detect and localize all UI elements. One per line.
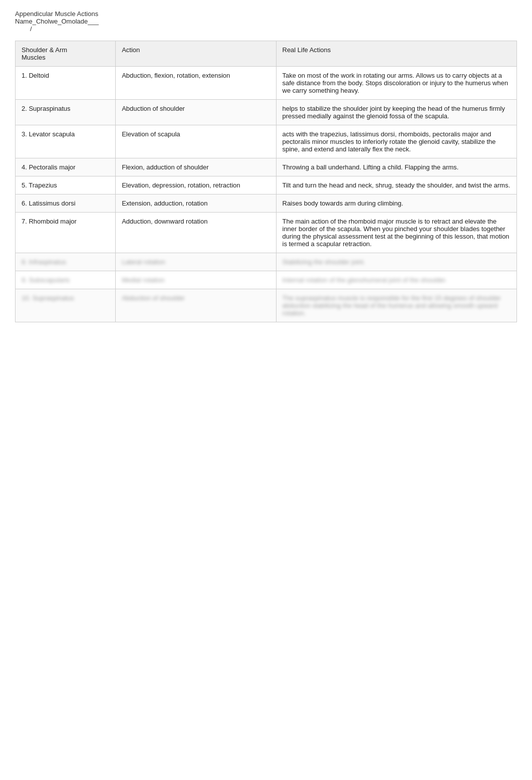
muscle-cell: 2. Supraspinatus xyxy=(16,100,116,125)
header-name: Name_Cholwe_Omolade___ xyxy=(15,18,517,25)
action-cell: Flexion, adduction of shoulder xyxy=(116,158,276,176)
real-life-cell: The supraspinatus muscle is responsible … xyxy=(276,289,517,322)
table-row: 6. Latissimus dorsiExtension, adduction,… xyxy=(16,194,517,213)
action-cell: Abduction of shoulder xyxy=(116,289,276,322)
real-life-cell: Raises body towards arm during climbing. xyxy=(276,194,517,213)
real-life-cell: Stabilizing the shoulder joint. xyxy=(276,253,517,271)
muscle-cell: 9. Subscapularis xyxy=(16,271,116,289)
muscles-table: Shoulder & ArmMuscles Action Real Life A… xyxy=(15,41,517,322)
real-life-cell: helps to stabilize the shoulder joint by… xyxy=(276,100,517,125)
action-cell: Lateral rotation xyxy=(116,253,276,271)
header-slash: / xyxy=(30,25,517,33)
muscle-cell: 1. Deltoid xyxy=(16,67,116,100)
muscle-cell: 6. Latissimus dorsi xyxy=(16,194,116,213)
table-row: 8. InfraspinatusLateral rotationStabiliz… xyxy=(16,253,517,271)
real-life-cell: Throwing a ball underhand. Lifting a chi… xyxy=(276,158,517,176)
action-cell: Extension, adduction, rotation xyxy=(116,194,276,213)
muscle-cell: 3. Levator scapula xyxy=(16,125,116,158)
table-row: 7. Rhomboid majorAdduction, downward rot… xyxy=(16,213,517,253)
col-header-real: Real Life Actions xyxy=(276,41,517,67)
table-row: 10. SupraspinatusAbduction of shoulderTh… xyxy=(16,289,517,322)
action-cell: Elevation, depression, rotation, retract… xyxy=(116,176,276,194)
muscle-cell: 5. Trapezius xyxy=(16,176,116,194)
table-row: 1. DeltoidAbduction, flexion, rotation, … xyxy=(16,67,517,100)
col-header-action: Action xyxy=(116,41,276,67)
real-life-cell: acts with the trapezius, latissimus dors… xyxy=(276,125,517,158)
muscle-cell: 10. Supraspinatus xyxy=(16,289,116,322)
table-row: 2. SupraspinatusAbduction of shoulderhel… xyxy=(16,100,517,125)
table-row: 4. Pectoralis majorFlexion, adduction of… xyxy=(16,158,517,176)
real-life-cell: Internal rotation of the glenohumeral jo… xyxy=(276,271,517,289)
table-row: 9. SubscapularisMedial rotationInternal … xyxy=(16,271,517,289)
header-title: Appendicular Muscle Actions xyxy=(15,10,517,18)
action-cell: Adduction, downward rotation xyxy=(116,213,276,253)
page-header: Appendicular Muscle Actions Name_Cholwe_… xyxy=(15,10,517,33)
real-life-cell: Tilt and turn the head and neck, shrug, … xyxy=(276,176,517,194)
action-cell: Elevation of scapula xyxy=(116,125,276,158)
real-life-cell: Take on most of the work in rotating our… xyxy=(276,67,517,100)
col-header-muscle: Shoulder & ArmMuscles xyxy=(16,41,116,67)
muscle-cell: 7. Rhomboid major xyxy=(16,213,116,253)
action-cell: Medial rotation xyxy=(116,271,276,289)
action-cell: Abduction of shoulder xyxy=(116,100,276,125)
table-row: 5. TrapeziusElevation, depression, rotat… xyxy=(16,176,517,194)
action-cell: Abduction, flexion, rotation, extension xyxy=(116,67,276,100)
muscle-cell: 8. Infraspinatus xyxy=(16,253,116,271)
table-row: 3. Levator scapulaElevation of scapulaac… xyxy=(16,125,517,158)
muscle-cell: 4. Pectoralis major xyxy=(16,158,116,176)
real-life-cell: The main action of the rhomboid major mu… xyxy=(276,213,517,253)
table-header-row: Shoulder & ArmMuscles Action Real Life A… xyxy=(16,41,517,67)
